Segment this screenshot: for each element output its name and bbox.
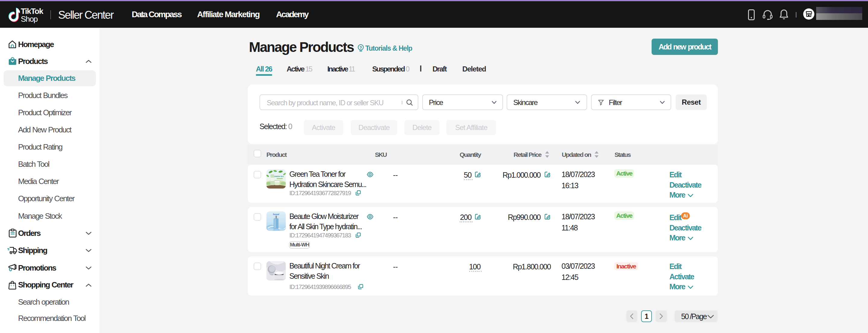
svg-text:GREEN TEA: GREEN TEA — [274, 175, 284, 177]
svg-text:beauté: beauté — [273, 213, 280, 216]
